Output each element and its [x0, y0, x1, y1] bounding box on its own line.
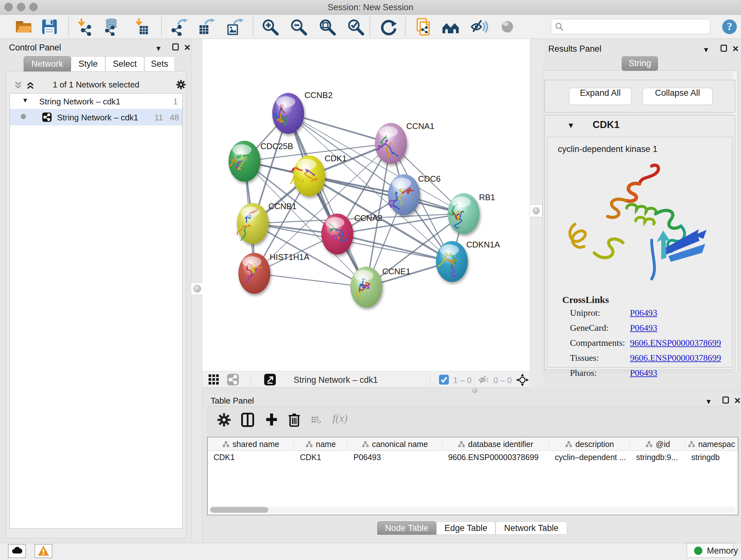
network-list: ▼ String Network – cdk1 1 String Network… — [10, 93, 183, 529]
export-table-button[interactable] — [198, 18, 216, 36]
tab-select[interactable]: Select — [105, 56, 144, 71]
zoom-out-button[interactable] — [289, 18, 307, 36]
hidden-eye-icon[interactable] — [479, 374, 490, 386]
horizontal-splitter-handle[interactable] — [472, 388, 477, 393]
tab-node-table[interactable]: Node Table — [377, 521, 436, 535]
network-overview-icon[interactable] — [226, 373, 239, 386]
node-section-header[interactable]: ▼ CDK1 — [545, 115, 735, 136]
export-image-button[interactable] — [226, 18, 245, 36]
birdseye-crosshair-icon[interactable] — [516, 373, 529, 387]
network-edge-count: 48 — [165, 113, 179, 123]
open-session-button[interactable] — [15, 18, 32, 36]
import-table-from-file-button[interactable] — [132, 18, 150, 36]
delete-column-icon[interactable] — [286, 412, 302, 428]
cell-shared-name[interactable]: CDK1 — [208, 451, 294, 463]
node-HIST1H1A[interactable]: HIST1H1A — [239, 252, 310, 294]
control-panel-close-icon[interactable]: ✕ — [184, 44, 191, 52]
column-header--id[interactable]: @id — [630, 437, 685, 451]
node-CDKN1A[interactable]: CDKN1A — [436, 240, 500, 282]
collection-caret-icon[interactable]: ▼ — [22, 97, 28, 104]
clone-network-button[interactable] — [415, 18, 433, 36]
hide-selected-icon — [471, 18, 488, 36]
create-column-icon[interactable] — [264, 412, 279, 427]
crosslink-link[interactable]: 9606.ENSP00000378699 — [630, 353, 721, 363]
zoom-fit-button[interactable] — [318, 18, 336, 36]
table-panel-menu-icon[interactable]: ▾ — [706, 397, 711, 406]
network-canvas[interactable]: CCNB2CCNA1CDC25BCDK1CDC6RB1CCNB1CCNA2CDK… — [202, 39, 530, 371]
collection-count: 1 — [165, 97, 178, 107]
memory-button[interactable]: Memory — [687, 543, 733, 558]
cell--id[interactable]: stringdb:9... — [630, 451, 685, 463]
collection-label: String Network – cdk1 — [39, 97, 120, 107]
results-panel-menu-icon[interactable]: ▾ — [704, 45, 708, 54]
cell-name[interactable]: CDK1 — [294, 451, 348, 463]
node-CCNB1[interactable]: CCNB1 — [237, 201, 296, 244]
cell-description[interactable]: cyclin–dependent ... — [549, 451, 630, 463]
grid-view-icon[interactable] — [207, 373, 220, 386]
cell-namespac[interactable]: stringdb — [685, 451, 738, 463]
node-CDK1[interactable]: CDK1 — [290, 153, 347, 196]
tab-edge-table[interactable]: Edge Table — [436, 521, 495, 535]
node-CDC25B[interactable]: CDC25B — [228, 141, 293, 182]
selected-checkbox-icon[interactable] — [439, 374, 449, 385]
crosslink-link[interactable]: P06493 — [630, 323, 657, 333]
crosslink-link[interactable]: 9606.ENSP00000378699 — [630, 338, 721, 348]
svg-text:?: ? — [727, 21, 732, 32]
column-header-description[interactable]: description — [549, 437, 630, 451]
network-options-gear-icon[interactable] — [176, 79, 186, 90]
warnings-button[interactable] — [35, 544, 52, 558]
hide-selected-button[interactable] — [471, 18, 488, 36]
network-collection-row[interactable]: ▼ String Network – cdk1 1 — [10, 94, 182, 109]
table-row[interactable]: CDK1CDK1P064939606.ENSP00000378699cyclin… — [208, 451, 738, 463]
export-network-button[interactable] — [171, 18, 189, 36]
network-row-selected[interactable]: String Network – cdk1 11 48 — [10, 109, 182, 125]
node-CDC6[interactable]: CDC6 — [388, 174, 441, 215]
cell-database-identifier[interactable]: 9606.ENSP00000378699 — [442, 451, 549, 463]
help-button[interactable]: ? — [721, 18, 738, 36]
detach-view-icon[interactable] — [264, 373, 276, 386]
column-header-database-identifier[interactable]: database identifier — [442, 437, 549, 451]
right-splitter-handle[interactable] — [530, 204, 542, 217]
node-CCNA1[interactable]: CCNA1 — [375, 121, 434, 164]
first-neighbors-button[interactable] — [442, 18, 460, 36]
table-hscrollbar-thumb[interactable] — [210, 507, 268, 513]
function-builder-icon: f(x) — [333, 412, 347, 424]
node-CCNE1[interactable]: CCNE1 — [350, 266, 410, 307]
import-network-from-file-button[interactable] — [75, 18, 93, 36]
cloud-status-button[interactable] — [8, 544, 26, 558]
import-network-from-database-button[interactable] — [101, 18, 119, 36]
show-all-button[interactable] — [498, 18, 516, 36]
expand-all-button[interactable]: Expand All — [569, 88, 631, 105]
crosslink-link[interactable]: P06493 — [630, 308, 657, 318]
control-panel-menu-icon[interactable]: ▾ — [156, 44, 160, 52]
column-header-name[interactable]: name — [294, 437, 348, 451]
column-header-canonical-name[interactable]: canonical name — [347, 437, 442, 451]
table-options-gear-icon[interactable] — [216, 412, 232, 428]
control-panel-float-icon[interactable] — [172, 44, 179, 52]
horizontal-splitter[interactable] — [202, 388, 741, 393]
refresh-network-button[interactable] — [380, 18, 398, 36]
crosslink-link[interactable]: P06493 — [630, 368, 657, 378]
results-panel-close-icon[interactable]: ✕ — [732, 45, 739, 53]
node-RB1[interactable]: RB1 — [448, 192, 495, 234]
cell-canonical-name[interactable]: P06493 — [347, 451, 442, 463]
results-panel-float-icon[interactable] — [721, 45, 727, 53]
table-panel-close-icon[interactable]: ✕ — [734, 396, 741, 405]
tab-sets[interactable]: Sets — [144, 56, 175, 71]
save-session-button[interactable] — [41, 18, 58, 36]
show-columns-icon[interactable] — [240, 412, 255, 428]
zoom-in-button[interactable] — [261, 18, 279, 36]
column-header-shared-name[interactable]: shared name — [208, 437, 294, 451]
tab-network-table[interactable]: Network Table — [495, 521, 567, 535]
left-splitter-handle[interactable] — [191, 282, 204, 295]
section-caret-icon[interactable]: ▼ — [567, 121, 575, 130]
column-header-namespac[interactable]: namespac — [685, 437, 738, 451]
zoom-selected-button[interactable] — [347, 18, 364, 36]
table-panel-float-icon[interactable] — [723, 396, 729, 405]
results-tab-string[interactable]: String — [622, 56, 658, 71]
search-input[interactable] — [565, 20, 705, 33]
tab-style[interactable]: Style — [71, 56, 105, 71]
collapse-all-button[interactable]: Collapse All — [643, 88, 713, 105]
tab-network[interactable]: Network — [23, 56, 71, 71]
node-CCNB2[interactable]: CCNB2 — [272, 90, 333, 134]
